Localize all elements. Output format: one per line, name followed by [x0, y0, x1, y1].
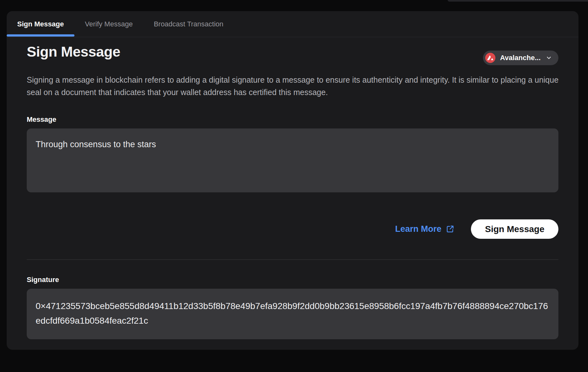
header-row: Sign Message Avalanche...: [27, 43, 558, 65]
description-text: Signing a message in blockchain refers t…: [27, 74, 560, 99]
learn-more-link[interactable]: Learn More: [395, 224, 455, 234]
message-input[interactable]: Through consensus to the stars: [27, 128, 558, 192]
external-link-icon: [446, 225, 454, 233]
tab-bar: Sign Message Verify Message Broadcast Tr…: [7, 11, 578, 37]
signature-label: Signature: [27, 276, 558, 284]
tab-sign-message[interactable]: Sign Message: [7, 11, 74, 37]
message-label: Message: [27, 115, 558, 124]
tab-broadcast-transaction[interactable]: Broadcast Transaction: [143, 11, 234, 37]
network-selector-button[interactable]: Avalanche...: [483, 51, 558, 65]
sign-message-card: Sign Message Verify Message Broadcast Tr…: [7, 11, 578, 350]
section-divider: [27, 259, 558, 260]
tab-sign-message-label: Sign Message: [17, 20, 64, 28]
active-tab-indicator: [7, 34, 74, 37]
top-edge-panel-fragment: [448, 0, 588, 2]
tab-verify-message[interactable]: Verify Message: [74, 11, 143, 37]
tab-verify-message-label: Verify Message: [85, 20, 133, 28]
network-name-label: Avalanche...: [500, 54, 541, 62]
page-title: Sign Message: [27, 43, 120, 61]
actions-row: Learn More Sign Message: [27, 219, 558, 239]
avalanche-logo-icon: [485, 53, 495, 63]
learn-more-label: Learn More: [395, 224, 442, 234]
tab-broadcast-transaction-label: Broadcast Transaction: [154, 20, 223, 28]
sign-message-button[interactable]: Sign Message: [471, 219, 558, 239]
signature-value: 0×471235573bceb5e855d8d49411b12d33b5f8b7…: [27, 289, 558, 339]
chevron-down-icon: [546, 55, 552, 61]
